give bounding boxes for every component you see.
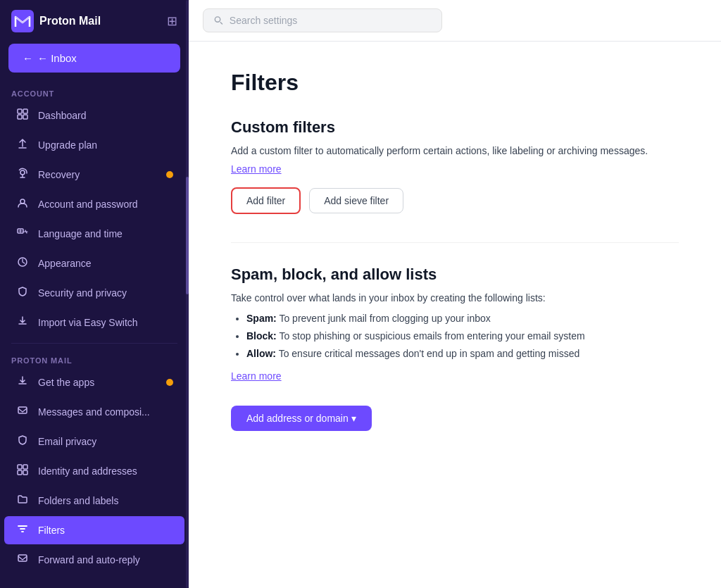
sidebar-item-security-privacy[interactable]: Security and privacy [4, 279, 184, 307]
main-content: Filters Custom filters Add a custom filt… [189, 0, 721, 588]
email-privacy-label: Email privacy [38, 436, 96, 447]
search-icon [213, 15, 224, 26]
filters-icon [15, 523, 30, 537]
recovery-icon [15, 168, 30, 182]
list-item-block: Block: To stop phishing or suspicious em… [246, 329, 679, 344]
custom-filters-buttons: Add filter Add sieve filter [231, 187, 679, 214]
logo-area: Proton Mail [11, 10, 101, 32]
sidebar-item-recovery[interactable]: Recovery [4, 161, 184, 189]
sidebar-item-get-apps[interactable]: Get the apps [4, 368, 184, 396]
svg-point-15 [215, 17, 220, 22]
sidebar-header: Proton Mail ⊞ [0, 0, 189, 39]
account-password-icon [15, 197, 30, 211]
upgrade-plan-label: Upgrade plan [38, 139, 97, 151]
get-apps-badge [166, 379, 173, 386]
import-easy-switch-label: Import via Easy Switch [38, 317, 138, 328]
folders-icon [15, 494, 30, 508]
svg-rect-2 [23, 109, 27, 113]
add-sieve-filter-button[interactable]: Add sieve filter [309, 188, 403, 213]
scrollbar-thumb [186, 177, 189, 294]
content-area: Filters Custom filters Add a custom filt… [189, 42, 721, 588]
identity-addresses-label: Identity and addresses [38, 465, 137, 477]
recovery-label: Recovery [38, 169, 80, 180]
sidebar-item-folders-labels[interactable]: Folders and labels [4, 487, 184, 515]
sidebar-divider [11, 343, 177, 344]
svg-point-5 [20, 170, 25, 175]
security-icon [15, 286, 30, 300]
sidebar-item-import-easy-switch[interactable]: Import via Easy Switch [4, 308, 184, 337]
sidebar-item-appearance[interactable]: Appearance [4, 249, 184, 277]
spam-block-section: Spam, block, and allow lists Take contro… [231, 265, 679, 431]
add-address-button[interactable]: Add address or domain ▾ [231, 406, 372, 431]
dashboard-icon [15, 108, 30, 123]
sidebar-item-filters[interactable]: Filters [4, 516, 184, 544]
sidebar-item-account-password[interactable]: Account and password [4, 190, 184, 218]
messages-icon [15, 405, 30, 419]
spam-label: Spam: [246, 313, 277, 324]
add-filter-button[interactable]: Add filter [231, 187, 301, 214]
sidebar-item-upgrade-plan[interactable]: Upgrade plan [4, 131, 184, 159]
svg-point-6 [20, 199, 25, 204]
svg-rect-4 [23, 115, 27, 119]
messages-composing-label: Messages and composi... [38, 406, 150, 418]
topbar [189, 0, 721, 42]
list-item-allow: Allow: To ensure critical messages don't… [246, 346, 679, 361]
svg-rect-12 [18, 470, 22, 475]
email-privacy-icon [15, 434, 30, 449]
svg-rect-3 [18, 115, 22, 119]
spam-block-learn-more[interactable]: Learn more [231, 370, 282, 382]
add-address-row: Add address or domain ▾ [231, 406, 679, 431]
get-apps-label: Get the apps [38, 377, 94, 388]
app-name: Proton Mail [39, 15, 101, 27]
account-section-label: Account [0, 82, 189, 101]
get-apps-icon [15, 375, 30, 389]
page-title: Filters [231, 70, 679, 96]
spam-block-title: Spam, block, and allow lists [231, 265, 679, 284]
search-input[interactable] [230, 15, 432, 26]
custom-filters-desc: Add a custom filter to automatically per… [231, 144, 679, 158]
sidebar-item-language-time[interactable]: Language and time [4, 220, 184, 248]
svg-rect-10 [18, 465, 22, 469]
proton-logo-icon [11, 10, 34, 32]
custom-filters-title: Custom filters [231, 118, 679, 137]
identity-icon [15, 464, 30, 478]
recovery-badge [166, 171, 173, 178]
section-divider [231, 242, 679, 243]
inbox-label: ← Inbox [37, 52, 77, 64]
sidebar-item-messages-composing[interactable]: Messages and composi... [4, 398, 184, 426]
sidebar-item-dashboard[interactable]: Dashboard [4, 101, 184, 130]
language-icon [15, 227, 30, 241]
appearance-icon [15, 256, 30, 270]
custom-filters-learn-more[interactable]: Learn more [231, 163, 282, 175]
folders-labels-label: Folders and labels [38, 495, 118, 506]
spam-block-list: Spam: To prevent junk mail from clogging… [231, 311, 679, 361]
upgrade-icon [15, 138, 30, 152]
apps-grid-icon[interactable]: ⊞ [167, 13, 177, 29]
dashboard-label: Dashboard [38, 110, 87, 121]
security-privacy-label: Security and privacy [38, 287, 127, 299]
account-password-label: Account and password [38, 199, 138, 210]
allow-label: Allow: [246, 348, 276, 359]
forward-icon [15, 553, 30, 567]
scrollbar-track [186, 0, 189, 588]
proton-mail-section-label: Proton Mail [0, 349, 189, 368]
sidebar: Proton Mail ⊞ ← ← Inbox Account Dashboar… [0, 0, 189, 588]
forward-auto-reply-label: Forward and auto-reply [38, 554, 140, 565]
svg-rect-13 [23, 470, 27, 475]
sidebar-item-forward-auto-reply[interactable]: Forward and auto-reply [4, 546, 184, 574]
sidebar-item-email-privacy[interactable]: Email privacy [4, 427, 184, 456]
custom-filters-section: Custom filters Add a custom filter to au… [231, 118, 679, 214]
import-icon [15, 315, 30, 330]
svg-rect-11 [23, 465, 27, 469]
search-box[interactable] [203, 8, 442, 32]
sidebar-item-identity-addresses[interactable]: Identity and addresses [4, 457, 184, 485]
inbox-button[interactable]: ← ← Inbox [8, 44, 180, 73]
list-item-spam: Spam: To prevent junk mail from clogging… [246, 311, 679, 326]
spam-block-desc: Take control over what lands in your inb… [231, 291, 679, 306]
language-time-label: Language and time [38, 228, 123, 239]
block-label: Block: [246, 330, 277, 342]
appearance-label: Appearance [38, 258, 92, 269]
svg-rect-1 [18, 109, 22, 113]
filters-label: Filters [38, 525, 65, 536]
inbox-arrow-icon: ← [23, 52, 33, 64]
